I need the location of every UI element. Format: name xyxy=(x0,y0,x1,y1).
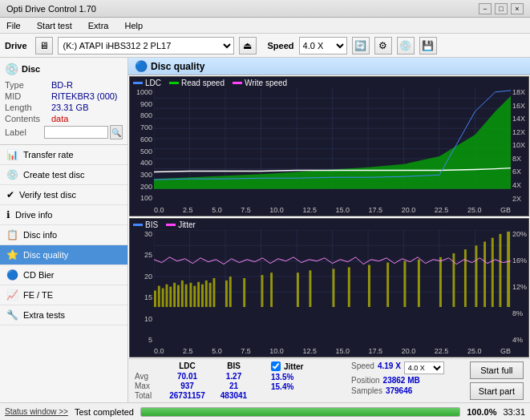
total-bis: 483041 xyxy=(216,391,252,400)
svg-rect-54 xyxy=(213,277,216,307)
nav-item-create-test-disc[interactable]: 💿 Create test disc xyxy=(0,165,127,185)
transfer-rate-icon: 📊 xyxy=(6,149,18,160)
nav-item-disc-quality[interactable]: ⭐ Disc quality xyxy=(0,245,127,265)
speed-dropdown[interactable]: 4.0 X xyxy=(404,361,444,374)
disc-contents-value: data xyxy=(51,114,68,123)
status-window-button[interactable]: Status window >> xyxy=(5,407,68,416)
menu-help[interactable]: Help xyxy=(121,19,146,32)
disc-button[interactable]: 💿 xyxy=(397,37,415,55)
status-text: Test completed xyxy=(75,407,134,417)
disc-type-value: BD-R xyxy=(51,80,73,90)
svg-rect-71 xyxy=(475,245,478,307)
bottom-chart-svg xyxy=(154,230,511,308)
speed-label: Speed xyxy=(268,41,294,50)
disc-quality-title: Disc quality xyxy=(151,61,204,72)
content-area: 🔵 Disc quality LDC Read speed xyxy=(128,58,530,402)
avg-ldc: 70.01 xyxy=(165,372,209,381)
bottom-chart-legend: BIS Jitter xyxy=(133,220,196,229)
total-ldc: 26731157 xyxy=(165,391,209,400)
disc-label-label: Label xyxy=(5,127,44,137)
speed-select[interactable]: 4.0 X xyxy=(299,37,347,55)
menu-file[interactable]: File xyxy=(3,19,24,32)
max-label: Max xyxy=(135,382,159,390)
svg-rect-60 xyxy=(297,273,299,308)
nav-item-cd-bier-label: CD Bier xyxy=(23,270,55,280)
refresh-button[interactable]: 🔄 xyxy=(352,37,370,55)
samples-value: 379646 xyxy=(386,386,412,395)
nav-item-transfer-rate[interactable]: 📊 Transfer rate xyxy=(0,145,127,165)
svg-rect-52 xyxy=(205,280,208,307)
drive-select[interactable]: (K:) ATAPI iHBS312 2 PL17 xyxy=(58,37,234,55)
titlebar-title: Opti Drive Control 1.70 xyxy=(6,4,96,14)
maximize-button[interactable]: □ xyxy=(495,3,508,14)
jitter-header: Jitter xyxy=(284,362,303,371)
jitter-color xyxy=(166,224,176,226)
svg-rect-57 xyxy=(243,277,245,307)
statusbar: Status window >> Test completed 100.0% 3… xyxy=(0,402,530,420)
top-chart-y-left: 1000 900 800 700 600 500 400 300 200 100 xyxy=(130,88,154,203)
stats-bar: LDC BIS Avg 70.01 1.27 Max 937 21 Tota xyxy=(128,358,530,402)
menu-start-test[interactable]: Start test xyxy=(34,19,75,32)
svg-rect-67 xyxy=(418,259,420,307)
samples-label: Samples xyxy=(351,386,382,395)
legend-ldc-label: LDC xyxy=(145,79,161,87)
disc-quality-header-icon: 🔵 xyxy=(135,60,148,72)
start-part-button[interactable]: Start part xyxy=(470,382,524,400)
disc-length-label: Length xyxy=(5,103,51,112)
svg-rect-44 xyxy=(173,282,176,307)
menu-extra[interactable]: Extra xyxy=(85,19,112,32)
top-chart-x-axis: 0.0 2.5 5.0 7.5 10.0 12.5 15.0 17.5 20.0… xyxy=(154,206,511,214)
nav-item-fe-te[interactable]: 📈 FE / TE xyxy=(0,285,127,305)
legend-read-speed: Read speed xyxy=(169,79,225,87)
max-bis: 21 xyxy=(216,382,252,390)
nav-item-verify-test-disc[interactable]: ✔ Verify test disc xyxy=(0,185,127,205)
legend-bis: BIS xyxy=(133,220,158,229)
nav-item-extra-tests[interactable]: 🔧 Extra tests xyxy=(0,305,127,325)
svg-rect-62 xyxy=(333,269,335,307)
top-chart: LDC Read speed Write speed 1000 900 8 xyxy=(129,76,529,216)
jitter-checkbox[interactable] xyxy=(271,361,281,371)
titlebar-controls: − □ × xyxy=(479,3,524,14)
menubar: File Start test Extra Help xyxy=(0,18,530,34)
nav-item-disc-info[interactable]: 📋 Disc info xyxy=(0,225,127,245)
svg-rect-64 xyxy=(368,265,370,307)
disc-length-value: 23.31 GB xyxy=(51,103,88,112)
start-buttons: Start full Start part xyxy=(470,361,524,400)
svg-rect-41 xyxy=(162,288,164,307)
max-jitter: 15.4% xyxy=(271,382,293,391)
disc-label-button[interactable]: 🔍 xyxy=(110,125,123,139)
svg-rect-53 xyxy=(209,282,212,307)
svg-rect-49 xyxy=(193,285,196,307)
settings-button[interactable]: ⚙ xyxy=(374,37,392,55)
extra-tests-icon: 🔧 xyxy=(6,309,18,321)
create-test-disc-icon: 💿 xyxy=(6,169,18,180)
position-value: 23862 MB xyxy=(383,376,420,385)
total-label: Total xyxy=(135,391,159,400)
ldc-header: LDC xyxy=(165,361,209,370)
eject-button[interactable]: ⏏ xyxy=(239,37,257,55)
nav-item-drive-info-label: Drive info xyxy=(15,210,52,220)
start-full-button[interactable]: Start full xyxy=(470,361,524,379)
top-chart-legend: LDC Read speed Write speed xyxy=(133,79,287,87)
max-ldc: 937 xyxy=(165,382,209,390)
nav-item-extra-tests-label: Extra tests xyxy=(23,310,65,320)
disc-quality-header: 🔵 Disc quality xyxy=(128,58,530,75)
nav-item-cd-bier[interactable]: 🔵 CD Bier xyxy=(0,265,127,285)
close-button[interactable]: × xyxy=(511,3,524,14)
save-button[interactable]: 💾 xyxy=(419,37,437,55)
disc-label-input[interactable] xyxy=(44,126,108,139)
minimize-button[interactable]: − xyxy=(479,3,492,14)
nav-item-drive-info[interactable]: ℹ Drive info xyxy=(0,205,127,225)
svg-rect-66 xyxy=(404,260,407,307)
svg-rect-55 xyxy=(225,280,228,307)
svg-rect-47 xyxy=(185,284,188,307)
top-chart-y-right: 18X 16X 14X 12X 10X 8X 6X 4X 2X xyxy=(511,88,528,203)
bottom-chart-x-axis: 0.0 2.5 5.0 7.5 10.0 12.5 15.0 17.5 20.0… xyxy=(154,347,511,355)
legend-write-speed-label: Write speed xyxy=(245,79,287,87)
nav-items: 📊 Transfer rate 💿 Create test disc ✔ Ver… xyxy=(0,145,127,325)
svg-rect-70 xyxy=(464,249,467,308)
nav-item-disc-info-label: Disc info xyxy=(23,230,57,240)
drive-icon-button[interactable]: 🖥 xyxy=(35,37,53,55)
bottom-chart-y-right: 20% 16% 12% 8% 4% xyxy=(511,230,528,345)
status-percent: 100.0% xyxy=(467,407,496,417)
